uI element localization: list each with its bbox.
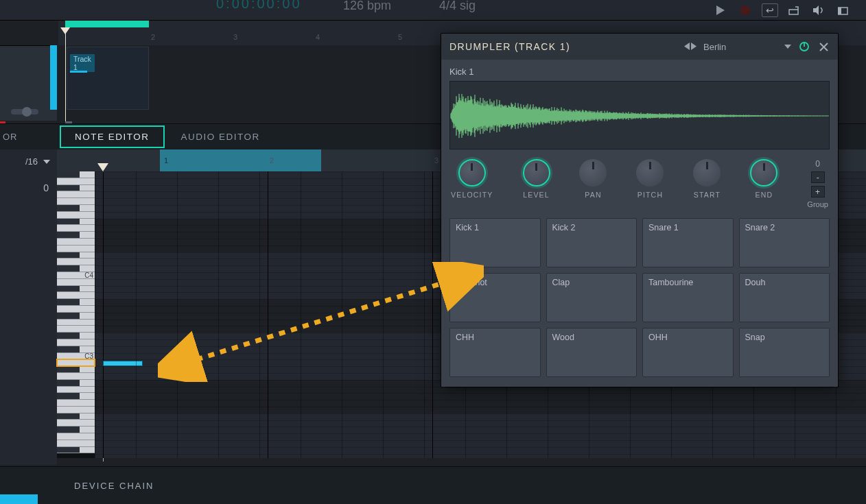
drum-pad[interactable]: OHH <box>642 328 734 377</box>
knob-velocity[interactable] <box>458 159 486 187</box>
timesig-display[interactable]: 4/4 sig <box>439 0 476 13</box>
loop-region[interactable] <box>65 21 149 27</box>
drum-pad[interactable]: CHH <box>449 328 541 377</box>
piano-key[interactable] <box>57 393 95 400</box>
piano-key[interactable] <box>57 373 95 380</box>
close-icon[interactable] <box>817 40 830 53</box>
knob-pan[interactable] <box>579 159 607 187</box>
record-icon[interactable] <box>737 3 753 17</box>
tab-note-editor[interactable]: NOTE EDITOR <box>60 125 165 148</box>
power-icon[interactable] <box>798 40 810 53</box>
track-mute-indicator[interactable] <box>0 121 5 123</box>
drum-pad[interactable]: Tambourine <box>642 273 734 322</box>
piano-key[interactable] <box>57 380 95 387</box>
midi-note[interactable] <box>103 361 143 366</box>
play-icon[interactable] <box>712 3 729 17</box>
loop-icon[interactable]: ↩ <box>762 3 778 17</box>
plugin-window-drumpler[interactable]: DRUMPLER (TRACK 1) Berlin Kick 1 VELOCIT… <box>441 33 839 387</box>
knob-start[interactable] <box>693 159 721 187</box>
note-playhead[interactable] <box>103 163 108 171</box>
transpose-value[interactable]: 0 <box>43 182 49 193</box>
track-header[interactable] <box>0 45 57 121</box>
piano-keyboard[interactable]: C4C3 <box>57 171 95 458</box>
piano-key[interactable] <box>57 339 95 346</box>
chevron-down-icon[interactable] <box>784 45 791 49</box>
piano-key[interactable] <box>57 171 95 178</box>
piano-key[interactable] <box>57 239 95 245</box>
knob-level[interactable] <box>523 159 550 187</box>
piano-key[interactable] <box>57 212 95 219</box>
piano-key[interactable] <box>57 191 95 198</box>
piano-key[interactable] <box>57 259 95 265</box>
tab-audio-editor[interactable]: AUDIO EDITOR <box>167 124 274 149</box>
clip-end-handle[interactable] <box>65 121 72 123</box>
snap-selector[interactable]: /16 <box>0 149 57 167</box>
knob-pitch[interactable] <box>636 159 664 187</box>
sound-icon[interactable] <box>811 3 828 17</box>
piano-key[interactable] <box>57 252 95 259</box>
drum-pad[interactable]: Kick 1 <box>449 218 541 267</box>
export-icon[interactable] <box>786 3 803 17</box>
preset-selector[interactable]: Berlin <box>684 42 791 52</box>
chevron-right-icon[interactable] <box>691 43 698 51</box>
piano-key[interactable] <box>57 313 95 320</box>
piano-key[interactable] <box>57 366 95 373</box>
group-minus-button[interactable]: - <box>811 171 825 183</box>
piano-key[interactable] <box>57 440 95 447</box>
group-plus-button[interactable]: + <box>811 186 825 197</box>
piano-key[interactable] <box>57 333 95 339</box>
piano-key[interactable] <box>57 306 95 313</box>
knob-label: PAN <box>585 191 601 199</box>
panel-icon[interactable] <box>836 3 852 17</box>
group-controls: 0 - + Group <box>807 159 828 208</box>
piano-key[interactable] <box>57 245 95 252</box>
piano-key[interactable] <box>57 232 95 239</box>
waveform-display[interactable] <box>449 81 830 149</box>
piano-key[interactable] <box>57 387 95 394</box>
device-chain-bar[interactable]: DEVICE CHAIN <box>0 466 866 504</box>
piano-key[interactable]: C3 <box>57 353 95 360</box>
piano-key[interactable] <box>57 407 95 413</box>
preset-name: Berlin <box>703 42 779 52</box>
drum-pad[interactable]: Wood <box>546 328 637 377</box>
piano-key[interactable] <box>57 433 95 440</box>
plugin-title: DRUMPLER (TRACK 1) <box>449 41 677 52</box>
piano-key[interactable] <box>57 198 95 205</box>
piano-key[interactable] <box>57 178 95 185</box>
plugin-titlebar[interactable]: DRUMPLER (TRACK 1) Berlin <box>441 34 838 60</box>
midi-clip[interactable]: Track 1 <box>67 47 149 110</box>
arrange-playhead[interactable] <box>65 27 70 34</box>
drum-pad[interactable]: Clap <box>546 273 637 322</box>
piano-key[interactable] <box>57 219 95 226</box>
piano-key[interactable] <box>57 413 95 420</box>
piano-key[interactable] <box>57 420 95 427</box>
piano-key[interactable] <box>57 320 95 326</box>
clip-region[interactable]: 1 <box>160 149 321 171</box>
chevron-left-icon[interactable] <box>684 43 691 51</box>
drum-pad[interactable]: Douh <box>739 273 830 322</box>
piano-key[interactable]: C4 <box>57 272 95 279</box>
piano-key[interactable] <box>57 326 95 333</box>
drum-pad[interactable]: Kick 2 <box>546 218 637 267</box>
drum-pad[interactable]: Snap <box>739 328 830 377</box>
piano-key[interactable] <box>57 400 95 407</box>
piano-key[interactable] <box>57 447 95 454</box>
piano-key-label: C4 <box>84 272 93 279</box>
piano-key[interactable] <box>57 279 95 286</box>
track-volume-slider[interactable] <box>11 109 38 115</box>
piano-key[interactable] <box>57 359 95 366</box>
bpm-display[interactable]: 126 bpm <box>343 0 391 13</box>
drum-pad[interactable]: Rimshot <box>449 273 541 322</box>
plugin-body: Kick 1 VELOCITY LEVEL PAN PITCH START EN… <box>441 60 838 387</box>
drum-pad[interactable]: Snare 1 <box>642 218 734 267</box>
piano-key[interactable] <box>57 427 95 433</box>
piano-key[interactable] <box>57 286 95 293</box>
piano-key[interactable] <box>57 292 95 299</box>
knob-end[interactable] <box>750 159 777 187</box>
drum-pad[interactable]: Snare 2 <box>739 218 830 267</box>
piano-key[interactable] <box>57 225 95 232</box>
ruler-tick: 5 <box>398 33 402 41</box>
piano-key[interactable] <box>57 205 95 212</box>
piano-key[interactable] <box>57 185 95 192</box>
piano-key[interactable] <box>57 299 95 306</box>
